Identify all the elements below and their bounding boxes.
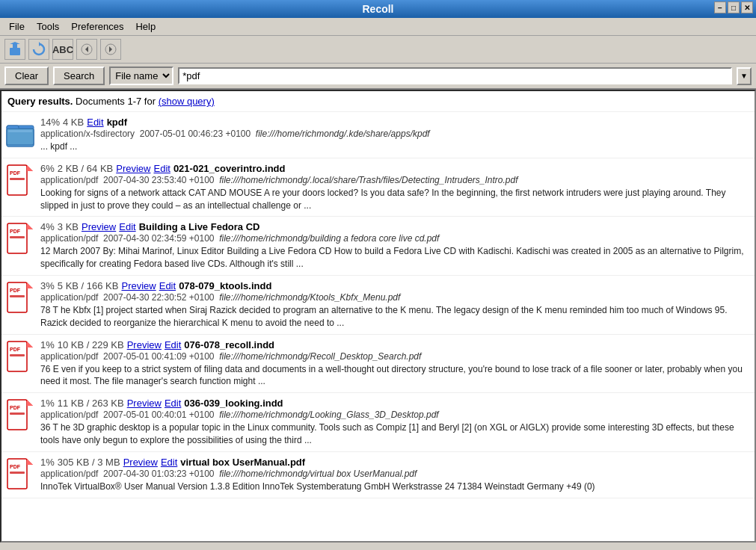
- preview-link-1[interactable]: Preview: [116, 163, 150, 174]
- maximize-button[interactable]: □: [728, 1, 740, 13]
- edit-link-2[interactable]: Edit: [119, 221, 135, 232]
- result-snippet-3: 78 T he Kbfx [1] project started when Si…: [40, 304, 749, 330]
- result-title-line-1: 6% 2 KB / 64 KB Preview Edit 021-021_cov…: [40, 163, 749, 174]
- menu-help[interactable]: Help: [129, 19, 162, 34]
- result-snippet-4: 76 E ven if you keep to a strict system …: [40, 363, 749, 389]
- result-score-5: 1%: [40, 398, 55, 409]
- result-size-1: 2 KB / 64 KB: [58, 163, 113, 174]
- menu-preferences[interactable]: Preferences: [65, 19, 129, 34]
- pdf-icon: PDF: [7, 282, 34, 315]
- result-item: PDF 4% 3 KB Preview Edit Building a Live…: [1, 217, 755, 276]
- result-snippet-5: 36 T he 3D graphic desktop is a popular …: [40, 421, 749, 447]
- result-icon-5: PDF: [6, 398, 34, 433]
- svg-text:PDF: PDF: [10, 405, 21, 410]
- result-filename-2: Building a Live Fedora CD: [139, 221, 260, 232]
- result-path-5: file:///home/richmondg/Looking_Glass_3D_…: [219, 410, 439, 420]
- preview-link-4[interactable]: Preview: [127, 339, 162, 350]
- result-icon-4: PDF: [6, 339, 34, 375]
- menubar: File Tools Preferences Help: [0, 18, 756, 36]
- result-size-6: 305 KB / 3 MB: [58, 457, 120, 468]
- svg-marker-24: [27, 282, 33, 288]
- result-icon-0: [6, 117, 34, 152]
- result-filename-3: 078-079_ktools.indd: [179, 280, 271, 291]
- result-score-0: 14%: [40, 117, 60, 128]
- preview-link-3[interactable]: Preview: [121, 280, 156, 291]
- doc-range: Documents 1-7: [76, 96, 144, 107]
- result-item: PDF 3% 5 KB / 166 KB Preview Edit 078-07…: [1, 276, 755, 335]
- result-size-4: 10 KB / 229 KB: [58, 339, 124, 350]
- app-title: Recoll: [362, 3, 393, 15]
- result-item: PDF 1% 305 KB / 3 MB Preview Edit virtua…: [1, 452, 755, 498]
- svg-marker-1: [10, 42, 20, 48]
- svg-rect-35: [10, 412, 25, 415]
- svg-rect-30: [10, 354, 25, 356]
- result-path-6: file:///home/richmondg/virtual box UserM…: [219, 469, 417, 479]
- svg-rect-20: [10, 236, 25, 238]
- result-content-2: 4% 3 KB Preview Edit Building a Live Fed…: [40, 221, 749, 271]
- result-filename-4: 076-078_recoll.indd: [184, 339, 274, 350]
- edit-link-6[interactable]: Edit: [161, 457, 177, 468]
- pdf-icon: PDF: [7, 399, 34, 432]
- refresh-icon: [31, 42, 46, 57]
- result-filename-5: 036-039_looking.indd: [184, 398, 283, 409]
- search-input-dropdown[interactable]: ▼: [737, 67, 752, 85]
- result-icon-6: PDF: [6, 457, 34, 492]
- pdf-icon: PDF: [7, 164, 34, 197]
- result-content-5: 1% 11 KB / 263 KB Preview Edit 036-039_l…: [40, 398, 749, 447]
- result-title-line-4: 1% 10 KB / 229 KB Preview Edit 076-078_r…: [40, 339, 749, 350]
- clear-button[interactable]: Clear: [4, 67, 49, 85]
- svg-text:PDF: PDF: [10, 347, 21, 352]
- toolbar-abc-button[interactable]: ABC: [52, 39, 73, 60]
- folder-icon: [6, 118, 34, 151]
- svg-marker-39: [27, 459, 33, 465]
- minimize-button[interactable]: −: [714, 1, 726, 13]
- result-filename-6: virtual box UserManual.pdf: [180, 457, 305, 468]
- result-snippet-6: InnoTek VirtualBox® User Manual Version …: [40, 481, 749, 493]
- toolbar-back-button[interactable]: [4, 39, 25, 60]
- results-list: 14% 4 KB Edit kpdf application/x-fsdirec…: [1, 112, 755, 498]
- search-input[interactable]: [178, 67, 732, 84]
- menu-tools[interactable]: Tools: [31, 19, 65, 34]
- result-size-0: 4 KB: [63, 117, 84, 128]
- result-snippet-1: Looking for signs of a network attack CA…: [40, 187, 749, 212]
- preview-link-6[interactable]: Preview: [123, 457, 158, 468]
- result-score-4: 1%: [40, 339, 55, 350]
- svg-marker-29: [27, 342, 33, 347]
- toolbar-prev-button[interactable]: [76, 39, 97, 60]
- next-icon: [105, 43, 117, 55]
- result-content-0: 14% 4 KB Edit kpdf application/x-fsdirec…: [40, 117, 749, 153]
- edit-link-3[interactable]: Edit: [159, 280, 176, 291]
- result-meta-5: application/pdf 2007-05-01 00:40:01 +010…: [40, 410, 749, 420]
- svg-rect-11: [8, 130, 32, 132]
- toolbar-refresh-button[interactable]: [28, 39, 49, 60]
- edit-link-1[interactable]: Edit: [153, 163, 170, 174]
- preview-link-5[interactable]: Preview: [127, 398, 162, 409]
- results-area[interactable]: Query results. Documents 1-7 for (show q…: [1, 91, 755, 541]
- result-content-4: 1% 10 KB / 229 KB Preview Edit 076-078_r…: [40, 339, 749, 389]
- titlebar: Recoll − □ ✕: [0, 0, 756, 18]
- result-item: PDF 6% 2 KB / 64 KB Preview Edit 021-021…: [1, 158, 755, 217]
- result-snippet-0: ... kpdf ...: [40, 140, 749, 153]
- result-path-4: file:///home/richmondg/Recoll_Desktop_Se…: [219, 351, 421, 362]
- result-size-5: 11 KB / 263 KB: [58, 398, 124, 409]
- preview-link-0[interactable]: Edit: [87, 117, 103, 128]
- result-content-3: 3% 5 KB / 166 KB Preview Edit 078-079_kt…: [40, 280, 749, 330]
- close-button[interactable]: ✕: [741, 1, 753, 13]
- edit-link-5[interactable]: Edit: [165, 398, 181, 409]
- show-query-link[interactable]: (show query): [159, 96, 215, 107]
- pdf-icon: PDF: [7, 341, 34, 374]
- result-size-3: 5 KB / 166 KB: [58, 280, 119, 291]
- menu-file[interactable]: File: [3, 19, 31, 34]
- search-type-select[interactable]: File name Any field Title Author: [109, 67, 173, 85]
- svg-text:PDF: PDF: [10, 170, 21, 176]
- result-content-1: 6% 2 KB / 64 KB Preview Edit 021-021_cov…: [40, 163, 749, 212]
- toolbar-next-button[interactable]: [100, 39, 121, 60]
- result-score-2: 4%: [40, 221, 55, 232]
- new-icon: [7, 42, 22, 57]
- svg-rect-0: [10, 48, 20, 55]
- search-button[interactable]: Search: [53, 67, 105, 85]
- preview-link-2[interactable]: Preview: [82, 221, 116, 232]
- result-score-1: 6%: [40, 163, 55, 174]
- edit-link-4[interactable]: Edit: [165, 339, 181, 350]
- result-title-line-2: 4% 3 KB Preview Edit Building a Live Fed…: [40, 221, 749, 232]
